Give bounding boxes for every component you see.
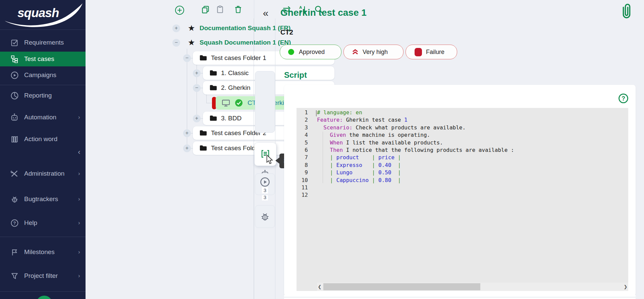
play-circle-icon xyxy=(260,177,270,187)
line-number: 6 xyxy=(297,146,308,154)
line-number: 3 xyxy=(297,124,308,131)
horizontal-scrollbar[interactable]: ❮ ❯ xyxy=(317,283,628,291)
sidebar-item-campaigns[interactable]: Campaigns xyxy=(0,68,86,82)
status-badge-label: Approved xyxy=(299,49,325,56)
collapse-toggle[interactable]: − xyxy=(183,54,191,62)
paste-button[interactable] xyxy=(214,4,226,15)
expand-toggle[interactable]: + xyxy=(193,115,201,122)
bugtrackers-bug-icon xyxy=(10,195,19,203)
status-dot-icon xyxy=(288,49,294,55)
collapse-panel-button[interactable]: « xyxy=(260,7,271,19)
line-number: 4 xyxy=(297,131,308,139)
delete-button[interactable] xyxy=(232,4,244,15)
star-icon: ★ xyxy=(188,23,195,33)
new-item-button[interactable] xyxy=(174,4,185,16)
line-number: 1 xyxy=(297,109,308,116)
action-word-library-icon xyxy=(10,135,19,143)
line-number: 12 xyxy=(297,191,308,199)
sidebar: squash Requirements Test cases Campaigns xyxy=(0,0,86,299)
tab-executions[interactable]: 3 xyxy=(255,173,275,195)
attachments-button[interactable] xyxy=(620,3,633,20)
sidebar-item-requirements[interactable]: Requirements xyxy=(0,35,86,50)
chevron-right-icon: › xyxy=(78,220,80,226)
line-number: 11 xyxy=(297,184,308,191)
expand-toggle[interactable]: + xyxy=(183,144,191,152)
line-number: 10 xyxy=(297,177,308,184)
folder-icon xyxy=(210,84,217,91)
divider xyxy=(0,29,86,30)
paperclip-icon xyxy=(620,3,633,20)
squash-logo-text: squash xyxy=(17,6,59,20)
folder-icon xyxy=(210,115,217,122)
divider xyxy=(0,85,86,85)
executions-count-badge: 3 xyxy=(262,187,268,193)
test-case-reference: CT2 xyxy=(280,28,293,36)
copy-icon xyxy=(201,5,210,14)
chevron-right-icon: › xyxy=(78,170,80,177)
code-lines: 1# language: en2Feature: Gherkin test ca… xyxy=(297,108,628,199)
status-badge-approved[interactable]: Approved xyxy=(280,45,341,59)
user-avatar[interactable] xyxy=(36,296,52,299)
scrollbar-thumb[interactable] xyxy=(323,283,480,290)
scroll-right-arrow[interactable]: ❯ xyxy=(623,284,628,289)
text-caret xyxy=(316,110,317,116)
gherkin-code-editor[interactable]: 1# language: en2Feature: Gherkin test ca… xyxy=(297,108,628,291)
sidebar-item-label: Administration xyxy=(24,170,64,177)
tab-group-info: 3 xyxy=(255,71,275,133)
expand-toggle[interactable]: + xyxy=(183,129,191,137)
divider xyxy=(284,297,636,297)
nature-badge-label: Failure xyxy=(426,49,444,56)
scroll-left-arrow[interactable]: ❮ xyxy=(317,284,322,289)
sidebar-item-administration[interactable]: Administration › xyxy=(0,166,86,181)
tree-connector xyxy=(200,118,203,119)
line-number: 7 xyxy=(297,154,308,161)
campaigns-play-icon xyxy=(10,71,19,79)
gherkin-help-button[interactable]: ? xyxy=(618,93,629,104)
collapse-toggle[interactable]: − xyxy=(172,39,180,47)
copy-button[interactable] xyxy=(200,4,211,15)
code-line-2: 2Feature: Gherkin test case 1 xyxy=(297,116,628,124)
help-question-icon: ? xyxy=(10,219,19,227)
paste-clipboard-icon xyxy=(216,5,224,14)
milestones-flag-icon xyxy=(10,248,19,256)
sidebar-item-project-filter[interactable]: Project filter › xyxy=(0,268,86,283)
tree-folder-label: Test cases Folder 1 xyxy=(211,54,266,62)
sidebar-item-help[interactable]: ? Help › xyxy=(0,216,86,230)
sidebar-item-label: Project filter xyxy=(24,272,58,280)
mouse-cursor xyxy=(266,155,275,165)
chevron-right-icon: › xyxy=(78,273,80,279)
sidebar-collapse-button[interactable]: ‹ xyxy=(74,147,84,157)
sidebar-item-milestones[interactable]: Milestones › xyxy=(0,245,86,259)
tab-issues[interactable] xyxy=(255,205,275,228)
requirements-checkbox-icon xyxy=(10,38,19,47)
check-circle-icon xyxy=(235,99,243,107)
code-line-11: 11 xyxy=(297,184,628,191)
plus-icon: + xyxy=(195,70,198,76)
tree-folder-label: 3. BDD xyxy=(221,115,241,122)
tree-folder-label: 1. Classic xyxy=(221,69,249,77)
collapse-toggle[interactable]: − xyxy=(193,84,201,92)
minus-icon: − xyxy=(195,85,198,91)
sidebar-item-automation[interactable]: Automation › xyxy=(0,110,86,125)
page-title: Gherkin test case 1 xyxy=(280,7,367,18)
indent-guide xyxy=(323,132,323,183)
code-line-8: 8 | Expresso | 0.40 | xyxy=(297,162,628,169)
tree-connector xyxy=(200,88,203,88)
sidebar-item-reporting[interactable]: Reporting xyxy=(0,88,86,103)
code-line-7: 7 | product | price | xyxy=(297,154,628,161)
minus-icon: − xyxy=(185,55,189,61)
sidebar-item-label: Bugtrackers xyxy=(24,195,58,203)
sidebar-item-action-word[interactable]: Action word xyxy=(0,132,86,146)
chevron-double-left-icon: « xyxy=(263,7,269,18)
sidebar-item-bugtrackers[interactable]: Bugtrackers › xyxy=(0,192,86,206)
minus-icon: − xyxy=(175,40,178,45)
nature-badge-failure[interactable]: Failure xyxy=(406,45,457,59)
sidebar-item-test-cases[interactable]: Test cases xyxy=(0,52,86,66)
expand-toggle[interactable]: + xyxy=(172,24,180,32)
expand-toggle[interactable]: + xyxy=(193,69,201,77)
bug-icon xyxy=(260,212,270,222)
squash-logo[interactable]: squash xyxy=(0,0,86,29)
scrollbar-track[interactable] xyxy=(322,283,623,291)
failure-square-icon xyxy=(415,48,422,56)
importance-badge-very-high[interactable]: Very high xyxy=(343,45,404,59)
